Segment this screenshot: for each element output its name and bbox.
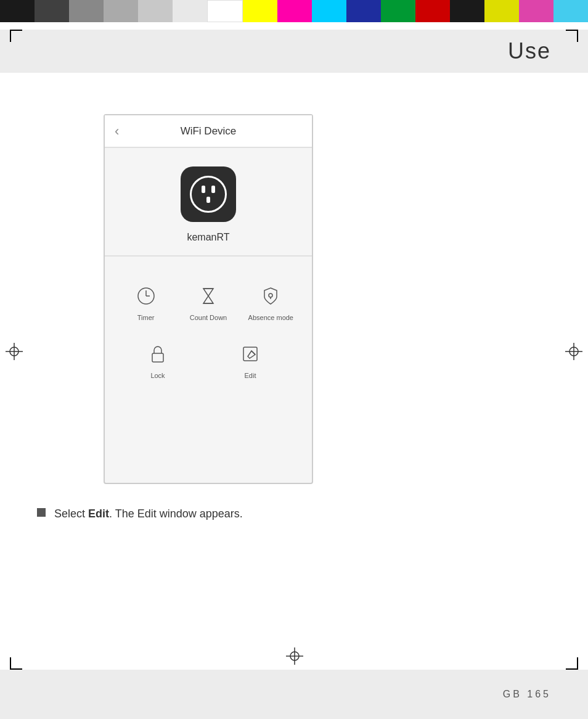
function-item-countdown[interactable]: Count Down xyxy=(184,284,233,322)
main-content: Select Edit. The Edit window appears. xyxy=(0,506,588,522)
outlet-face xyxy=(190,176,227,213)
swatch-yellow xyxy=(243,0,277,22)
crosshair-bottom xyxy=(286,647,303,665)
edit-label: Edit xyxy=(245,371,256,380)
countdown-label: Count Down xyxy=(190,313,227,322)
device-name: kemanRT xyxy=(187,232,229,243)
clock-icon xyxy=(134,284,158,308)
lock-icon xyxy=(145,342,170,366)
back-button[interactable]: ‹ xyxy=(115,123,119,139)
bullet-icon xyxy=(37,508,46,517)
edit-bold: Edit xyxy=(88,507,109,520)
swatch-lighter-gray xyxy=(173,0,207,22)
function-row-2: Lock Edit xyxy=(115,342,302,380)
footer-text: GB 165 xyxy=(503,689,551,700)
hourglass-icon xyxy=(196,284,221,308)
outlet-slots xyxy=(202,186,215,193)
outlet-slot-right xyxy=(211,186,215,193)
function-item-timer[interactable]: Timer xyxy=(121,284,171,322)
corner-mark-br xyxy=(566,657,578,670)
crosshair-left xyxy=(6,343,23,360)
instruction-line: Select Edit. The Edit window appears. xyxy=(37,506,551,522)
swatch-green xyxy=(381,0,415,22)
corner-mark-tl xyxy=(10,30,22,42)
absence-label: Absence mode xyxy=(248,313,293,322)
corner-mark-tr xyxy=(566,30,578,42)
lock-label: Lock xyxy=(150,371,165,380)
instruction-text: Select Edit. The Edit window appears. xyxy=(54,506,243,522)
swatch-white xyxy=(207,0,243,22)
outlet-icon xyxy=(181,166,236,222)
function-row-1: Timer Count Down xyxy=(115,284,302,322)
svg-rect-16 xyxy=(152,353,163,362)
swatch-cyan xyxy=(312,0,346,22)
swatch-light-gray2 xyxy=(138,0,173,22)
phone-title: WiFi Device xyxy=(181,125,237,138)
function-item-absence[interactable]: Absence mode xyxy=(246,284,295,322)
corner-mark-bl xyxy=(10,657,22,670)
swatch-pink xyxy=(519,0,553,22)
swatch-mid-gray xyxy=(69,0,104,22)
edit-icon xyxy=(238,342,263,366)
outlet-slot-left xyxy=(202,186,205,193)
phone-mockup: ‹ WiFi Device kemanRT xyxy=(104,114,313,484)
function-item-edit[interactable]: Edit xyxy=(226,342,275,380)
svg-point-14 xyxy=(269,294,272,297)
swatch-light-cyan xyxy=(553,0,588,22)
swatch-blue xyxy=(346,0,381,22)
shield-icon xyxy=(258,284,283,308)
swatch-light-gray1 xyxy=(104,0,138,22)
footer: GB 165 xyxy=(0,670,588,719)
swatch-dark-gray xyxy=(35,0,69,22)
swatch-black2 xyxy=(450,0,484,22)
color-bar xyxy=(0,0,588,22)
phone-header: ‹ WiFi Device xyxy=(105,115,312,147)
functions-area: Timer Count Down xyxy=(105,269,312,405)
function-item-lock[interactable]: Lock xyxy=(133,342,182,380)
header-title: Use xyxy=(508,38,551,64)
swatch-red xyxy=(415,0,450,22)
swatch-magenta xyxy=(277,0,312,22)
outlet-ground xyxy=(206,197,210,203)
swatch-yellow2 xyxy=(484,0,519,22)
crosshair-right xyxy=(565,343,582,360)
header-section: Use xyxy=(0,30,588,73)
swatch-black xyxy=(0,0,35,22)
timer-label: Timer xyxy=(137,313,155,322)
device-area: kemanRT xyxy=(105,148,312,256)
